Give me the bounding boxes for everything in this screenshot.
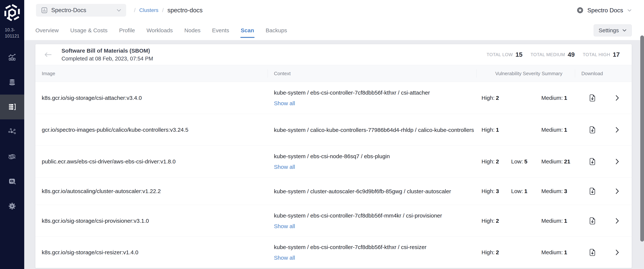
table-row[interactable]: k8s.gcr.io/autoscaling/cluster-autoscale… xyxy=(36,177,632,205)
image-name: k8s.gcr.io/sig-storage/csi-resizer:v1.4.… xyxy=(42,249,265,255)
context-cell: kube-system / ebs-csi-controller-7cf8dbb… xyxy=(274,88,478,107)
download-file-icon xyxy=(590,217,595,225)
context-text: kube-system / ebs-csi-node-86sq7 / ebs-p… xyxy=(274,152,478,160)
chevron-down-icon xyxy=(627,9,632,12)
download-button[interactable] xyxy=(588,217,597,225)
severity-totals: TOTAL LOW 15 TOTAL MEDIUM 49 TOTAL HIGH … xyxy=(486,51,632,58)
table-body: k8s.gcr.io/sig-storage/csi-attacher:v3.4… xyxy=(36,82,632,268)
show-all-link[interactable]: Show all xyxy=(274,253,295,262)
severity-medium: Medium:1 xyxy=(541,95,567,101)
table-row[interactable]: k8s.gcr.io/sig-storage/csi-resizer:v1.4.… xyxy=(36,237,632,268)
download-button[interactable] xyxy=(588,187,597,195)
download-file-icon xyxy=(590,187,595,195)
column-header-severity: Vulnerability Severity Summary xyxy=(489,71,562,76)
severity-medium: Medium:1 xyxy=(541,218,567,224)
tab-workloads[interactable]: Workloads xyxy=(146,21,173,40)
breadcrumb-separator: / xyxy=(134,7,136,14)
download-button[interactable] xyxy=(588,249,597,256)
image-name: gcr.io/spectro-images-public/calico/kube… xyxy=(42,127,265,133)
show-all-link[interactable]: Show all xyxy=(274,99,295,107)
tab-profile[interactable]: Profile xyxy=(119,21,135,40)
main-area: Spectro-Docs / Clusters / spectro-docs xyxy=(24,0,644,269)
orbit-icon xyxy=(8,152,16,161)
column-divider xyxy=(268,69,268,78)
chevron-right-icon xyxy=(615,188,619,195)
show-all-link[interactable]: Show all xyxy=(274,222,295,230)
severity-low: Low:5 xyxy=(511,158,527,165)
table-row[interactable]: gcr.io/spectro-images-public/calico/kube… xyxy=(36,114,632,146)
network-graph-icon xyxy=(8,128,16,136)
row-expand-button[interactable] xyxy=(615,95,619,101)
severity-high: High:2 xyxy=(482,218,499,224)
row-expand-button[interactable] xyxy=(615,249,619,256)
sidebar-item-clusters[interactable] xyxy=(0,95,24,119)
context-cell: kube-system / calico-kube-controllers-77… xyxy=(274,126,478,134)
context-cell: kube-system / ebs-csi-controller-7cf8dbb… xyxy=(274,211,478,230)
scrollbar-thumb[interactable] xyxy=(640,36,644,241)
tab-usage-costs[interactable]: Usage & Costs xyxy=(70,21,108,40)
chevron-right-icon xyxy=(615,126,619,133)
severity-high: High:2 xyxy=(482,249,499,255)
tab-nodes[interactable]: Nodes xyxy=(184,21,200,40)
sidebar-item-audit[interactable] xyxy=(0,169,24,194)
project-selector[interactable]: Spectro-Docs xyxy=(36,4,126,17)
breadcrumb-link-clusters[interactable]: Clusters xyxy=(139,7,158,13)
show-all-link[interactable]: Show all xyxy=(274,163,295,171)
severity-high: High:2 xyxy=(482,95,499,101)
severity-medium: Medium:3 xyxy=(541,188,567,194)
table-row[interactable]: k8s.gcr.io/sig-storage/csi-provisioner:v… xyxy=(36,205,632,237)
table-row[interactable]: k8s.gcr.io/sig-storage/csi-attacher:v3.4… xyxy=(36,82,632,114)
column-header-image: Image xyxy=(42,71,55,76)
download-button[interactable] xyxy=(588,158,597,165)
table-row[interactable]: public.ecr.aws/ebs-csi-driver/aws-ebs-cs… xyxy=(36,146,632,177)
row-expand-button[interactable] xyxy=(615,188,619,195)
sidebar-item-settings[interactable] xyxy=(0,194,24,219)
sidebar-item-overview[interactable] xyxy=(0,45,24,70)
back-button[interactable] xyxy=(44,52,52,58)
sidebar: 10.3-101121 xyxy=(0,0,24,269)
download-file-icon xyxy=(590,158,595,165)
app-window: 10.3-101121 xyxy=(0,0,644,269)
tab-scan[interactable]: Scan xyxy=(241,21,254,40)
download-button[interactable] xyxy=(588,126,597,134)
context-text: kube-system / ebs-csi-controller-7cf8dbb… xyxy=(274,243,478,251)
sbom-panel: Software Bill of Materials (SBOM) Comple… xyxy=(36,44,632,268)
sidebar-item-workspaces[interactable] xyxy=(0,119,24,144)
row-expand-button[interactable] xyxy=(615,217,619,224)
image-name: k8s.gcr.io/sig-storage/csi-attacher:v3.4… xyxy=(42,95,265,101)
severity-high: High:1 xyxy=(482,127,499,133)
row-expand-button[interactable] xyxy=(615,126,619,133)
severity-low: Low:1 xyxy=(511,188,527,194)
tab-overview[interactable]: Overview xyxy=(36,21,59,40)
sidebar-item-cluster-groups[interactable] xyxy=(0,144,24,169)
chevron-right-icon xyxy=(615,217,619,224)
context-text: kube-system / ebs-csi-controller-7cf8dbb… xyxy=(274,211,478,220)
context-text: kube-system / cluster-autoscaler-6c9d9bf… xyxy=(274,187,478,195)
sbom-title-block: Software Bill of Materials (SBOM) Comple… xyxy=(62,47,153,63)
severity-medium: Medium:1 xyxy=(541,127,567,133)
user-menu[interactable]: Spectro Docs xyxy=(577,7,632,14)
row-expand-button[interactable] xyxy=(615,158,619,165)
total-low: TOTAL LOW 15 xyxy=(486,51,522,58)
sbom-completed-at: Completed at 08 Feb, 2023, 07:54 PM xyxy=(62,55,153,63)
image-name: public.ecr.aws/ebs-csi-driver/aws-ebs-cs… xyxy=(42,158,265,165)
settings-button[interactable]: Settings xyxy=(594,25,632,36)
column-header-download: Download xyxy=(582,71,603,76)
chevron-right-icon xyxy=(615,249,619,256)
settings-button-label: Settings xyxy=(599,27,619,34)
total-medium: TOTAL MEDIUM 49 xyxy=(530,51,575,58)
breadcrumb: / Clusters / spectro-docs xyxy=(134,7,202,14)
download-button[interactable] xyxy=(588,94,597,102)
tab-backups[interactable]: Backups xyxy=(266,21,287,40)
tab-events[interactable]: Events xyxy=(212,21,229,40)
sidebar-item-profiles[interactable] xyxy=(0,70,24,95)
download-file-icon xyxy=(590,94,595,102)
context-cell: kube-system / cluster-autoscaler-6c9d9bf… xyxy=(274,187,478,195)
severity-medium: Medium:1 xyxy=(541,249,567,255)
image-name: k8s.gcr.io/autoscaling/cluster-autoscale… xyxy=(42,188,265,194)
project-selector-label: Spectro-Docs xyxy=(51,7,86,14)
chevron-right-icon xyxy=(615,95,619,101)
content-area: Software Bill of Materials (SBOM) Comple… xyxy=(24,40,644,269)
topbar: Spectro-Docs / Clusters / spectro-docs xyxy=(24,0,644,21)
column-divider xyxy=(575,69,575,78)
